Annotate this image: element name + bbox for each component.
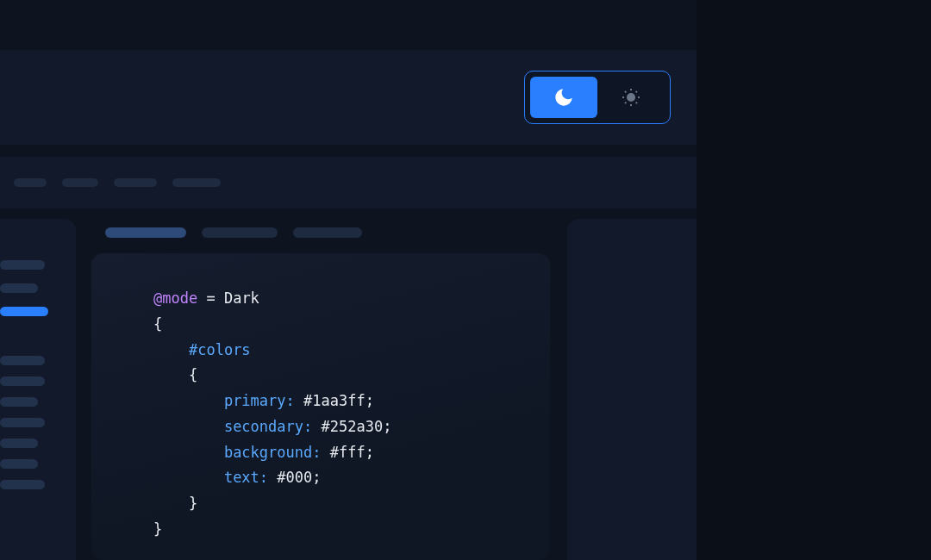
- code-val: #1aa3ff;: [295, 392, 374, 409]
- sidebar-item[interactable]: [0, 397, 38, 407]
- code-val: #fff;: [321, 444, 373, 461]
- tab[interactable]: [293, 227, 362, 238]
- code-val: #000;: [268, 469, 321, 486]
- spacer: [0, 145, 697, 157]
- content-area: @mode = Dark { #colors { primary: #1aa3f…: [91, 219, 550, 560]
- code-brace: }: [189, 495, 197, 512]
- toolbar-item[interactable]: [62, 178, 98, 187]
- code-val: #252a30;: [312, 418, 391, 435]
- svg-line-7: [625, 103, 626, 103]
- svg-line-8: [636, 91, 637, 92]
- code-prop: primary:: [224, 392, 295, 409]
- header-bar: [0, 50, 697, 145]
- code-editor[interactable]: @mode = Dark { #colors { primary: #1aa3f…: [91, 253, 550, 560]
- toolbar-item[interactable]: [114, 178, 157, 187]
- tab[interactable]: [202, 227, 278, 238]
- code-text: =: [197, 289, 224, 307]
- sidebar-item[interactable]: [0, 459, 38, 469]
- theme-toggle[interactable]: [524, 71, 671, 124]
- dark-mode-button[interactable]: [530, 77, 597, 118]
- code-prop: secondary:: [224, 418, 312, 435]
- page-background-right: [697, 0, 931, 560]
- code-selector: #colors: [189, 341, 251, 358]
- sidebar-item[interactable]: [0, 480, 45, 489]
- code-brace: {: [189, 366, 197, 383]
- moon-icon: [553, 86, 575, 109]
- app-window: @mode = Dark { #colors { primary: #1aa3f…: [0, 0, 697, 560]
- right-panel: [567, 219, 697, 560]
- code-prop: background:: [224, 444, 322, 461]
- sidebar-item[interactable]: [0, 376, 45, 386]
- toolbar-item[interactable]: [172, 178, 221, 187]
- code-value: Dark: [224, 289, 259, 307]
- sidebar-item[interactable]: [0, 418, 45, 427]
- code-prop: text:: [224, 469, 268, 486]
- toolbar-item[interactable]: [14, 178, 47, 187]
- light-mode-button[interactable]: [597, 77, 665, 118]
- code-keyword: @mode: [153, 289, 197, 307]
- tab-active[interactable]: [105, 227, 186, 238]
- sun-icon: [621, 87, 641, 108]
- tab-bar: [91, 219, 550, 253]
- window-top-spacer: [0, 0, 697, 50]
- code-brace: }: [153, 520, 162, 538]
- toolbar: [0, 157, 697, 208]
- sidebar-item[interactable]: [0, 439, 38, 448]
- sidebar-item[interactable]: [0, 260, 45, 270]
- sidebar-item[interactable]: [0, 283, 38, 293]
- sidebar: [0, 219, 76, 560]
- sidebar-item[interactable]: [0, 356, 45, 365]
- sidebar-item-active[interactable]: [0, 307, 48, 316]
- svg-point-0: [628, 94, 634, 101]
- code-brace: {: [153, 315, 162, 333]
- main-area: @mode = Dark { #colors { primary: #1aa3f…: [0, 208, 697, 560]
- svg-line-3: [625, 91, 626, 92]
- svg-line-4: [636, 103, 637, 103]
- code-block: @mode = Dark { #colors { primary: #1aa3f…: [153, 286, 509, 543]
